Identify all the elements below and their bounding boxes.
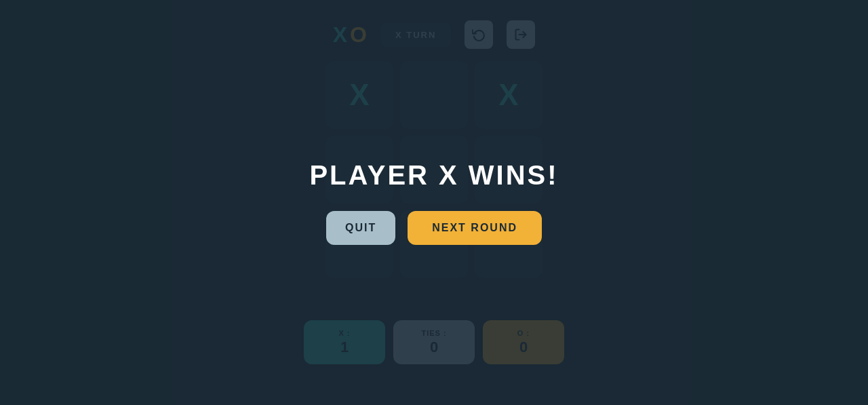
modal-buttons: QUIT NEXT ROUND <box>326 211 542 245</box>
next-round-button[interactable]: NEXT ROUND <box>408 211 542 245</box>
win-message: PLAYER X WINS! <box>309 160 558 191</box>
quit-button[interactable]: QUIT <box>326 211 395 245</box>
win-overlay: PLAYER X WINS! QUIT NEXT ROUND <box>0 0 868 405</box>
